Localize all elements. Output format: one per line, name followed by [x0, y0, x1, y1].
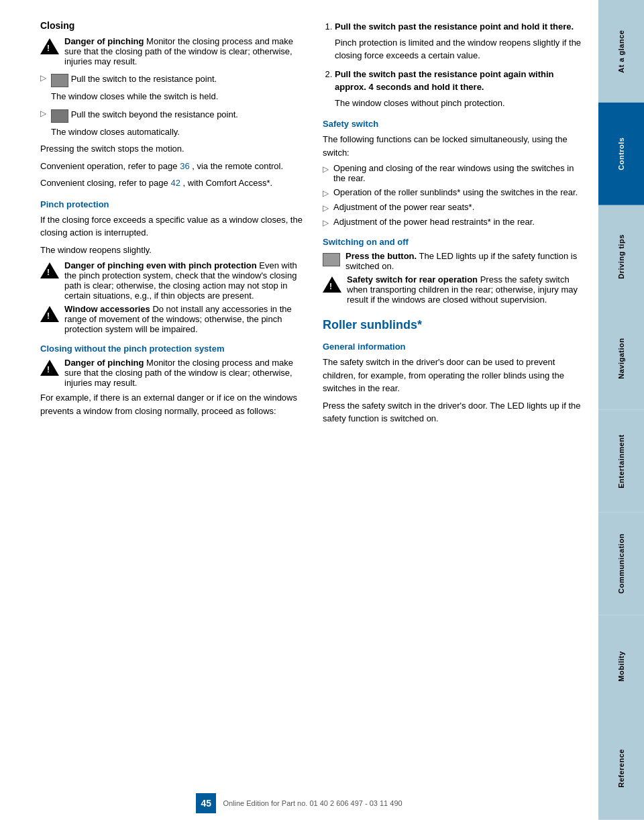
page-link-36[interactable]: 36 [180, 161, 189, 171]
bullet-arrow-1: ▷ [40, 73, 47, 83]
left-column: Closing Danger of pinching Monitor the c… [40, 20, 303, 793]
two-column-layout: Closing Danger of pinching Monitor the c… [40, 20, 585, 793]
pinch-p1: If the closing force exceeds a specific … [40, 213, 303, 240]
warning-block-1: Danger of pinching Monitor the closing p… [40, 36, 303, 66]
general-info-title: General information [323, 342, 585, 352]
footer: 45 Online Edition for Part no. 01 40 2 6… [0, 793, 598, 813]
sidebar-tab-navigation[interactable]: Navigation [598, 307, 644, 410]
sidebar-tab-mobility[interactable]: Mobility [598, 615, 644, 718]
safety-arrow-4: ▷ [323, 218, 329, 227]
for-example-text: For example, if there is an external dan… [40, 391, 303, 417]
warning-1-content: Danger of pinching Monitor the closing p… [64, 36, 303, 66]
sidebar-tab-label-at-a-glance: At a glance [617, 30, 625, 72]
convenient-1-text: Convenient operation, refer to page 36 ,… [40, 160, 303, 173]
right-column: Pull the switch past the resistance poin… [323, 20, 585, 793]
page-container: Closing Danger of pinching Monitor the c… [0, 0, 644, 820]
bullet-2-text: Pull the switch beyond the resistance po… [71, 109, 238, 119]
safety-p1: The following functions can be locked si… [323, 133, 585, 159]
step-1-detail: Pinch protection is limited and the wind… [335, 36, 585, 62]
safety-bullet-2: ▷ Operation of the roller sunblinds* usi… [323, 187, 585, 198]
sidebar-tab-label-mobility: Mobility [617, 651, 625, 682]
warning-triangle-icon-2 [40, 262, 59, 278]
sidebar-tab-label-navigation: Navigation [617, 338, 625, 379]
warning-block-3: Window accessories Do not install any ac… [40, 304, 303, 334]
warning-block-4: Danger of pinching Monitor the closing p… [40, 358, 303, 388]
safety-bullet-1: ▷ Opening and closing of the rear window… [323, 163, 585, 183]
pinch-p2: The window reopens slightly. [40, 244, 303, 257]
safety-switch-title: Safety switch [323, 119, 585, 129]
sidebar-tab-entertainment[interactable]: Entertainment [598, 410, 644, 513]
step-1: Pull the switch past the resistance poin… [335, 20, 585, 62]
general-p2: Press the safety switch in the driver's … [323, 399, 585, 425]
bullet-1-content: Pull the switch to the resistance point.… [51, 72, 303, 103]
warning-5-content: Safety switch for rear operation Press t… [347, 274, 585, 305]
press-stop-text: Pressing the switch stops the motion. [40, 142, 303, 156]
sidebar-tab-communication[interactable]: Communication [598, 513, 644, 615]
switch-step-text: Press the button. [345, 251, 417, 261]
bullet-1-sub: The window closes while the switch is he… [51, 90, 303, 103]
closing-title: Closing [40, 20, 303, 31]
sidebar-tab-label-controls: Controls [617, 138, 625, 170]
sidebar-tab-at-a-glance[interactable]: At a glance [598, 0, 644, 103]
sidebar-tab-controls[interactable]: Controls [598, 103, 644, 205]
closing-pinch-title: Closing without the pinch protection sys… [40, 344, 303, 354]
warning-1-title: Danger of pinching [64, 36, 144, 46]
safety-bullet-2-text: Operation of the roller sunblinds* using… [333, 187, 578, 197]
safety-bullet-4-text: Adjustment of the power head restraints*… [333, 217, 535, 227]
switch-icon-2 [51, 109, 68, 123]
warning-3-content: Window accessories Do not install any ac… [64, 304, 303, 334]
safety-bullet-3: ▷ Adjustment of the power rear seats*. [323, 202, 585, 213]
switching-block: Press the button. The LED lights up if t… [323, 251, 585, 271]
footer-copyright: Online Edition for Part no. 01 40 2 606 … [223, 799, 402, 807]
page-link-42[interactable]: 42 [170, 178, 180, 188]
safety-bullet-1-text: Opening and closing of the rear windows … [333, 163, 585, 183]
step-2-text: Pull the switch past the resistance poin… [335, 69, 554, 93]
safety-bullet-3-text: Adjustment of the power rear seats*. [333, 202, 474, 212]
main-content: Closing Danger of pinching Monitor the c… [0, 0, 598, 820]
sidebar-tab-label-driving-tips: Driving tips [617, 234, 625, 279]
safety-bullet-4: ▷ Adjustment of the power head restraint… [323, 217, 585, 227]
bullet-2-content: Pull the switch beyond the resistance po… [51, 107, 303, 139]
safety-arrow-3: ▷ [323, 203, 329, 213]
warning-5-title: Safety switch for rear operation [347, 274, 478, 285]
sidebar-tab-reference[interactable]: Reference [598, 717, 644, 820]
warning-triangle-icon-4 [40, 360, 59, 376]
press-button-icon [323, 253, 340, 266]
sidebar: At a glance Controls Driving tips Naviga… [598, 0, 644, 820]
switch-icon-1 [51, 74, 68, 87]
warning-4-title: Danger of pinching [64, 358, 144, 368]
bullet-1-text: Pull the switch to the resistance point. [71, 74, 217, 84]
sidebar-tab-driving-tips[interactable]: Driving tips [598, 205, 644, 308]
general-p1: The safety switch in the driver's door c… [323, 356, 585, 395]
bullet-item-2: ▷ Pull the switch beyond the resistance … [40, 107, 303, 139]
switching-title: Switching on and off [323, 237, 585, 247]
convenient-2-text: Convenient closing, refer to page 42 , w… [40, 176, 303, 190]
warning-block-2: Danger of pinching even with pinch prote… [40, 260, 303, 301]
warning-2-content: Danger of pinching even with pinch prote… [64, 260, 303, 301]
sidebar-tab-label-communication: Communication [617, 533, 625, 594]
bullet-arrow-2: ▷ [40, 109, 47, 118]
warning-2-title: Danger of pinching even with pinch prote… [64, 260, 257, 270]
roller-sunblinds-title: Roller sunblinds* [323, 318, 585, 332]
warning-4-content: Danger of pinching Monitor the closing p… [64, 358, 303, 388]
warning-3-title: Window accessories [64, 304, 150, 314]
sidebar-tab-label-entertainment: Entertainment [617, 434, 625, 488]
steps-list: Pull the switch past the resistance poin… [323, 20, 585, 109]
bullet-2-sub: The window closes automatically. [51, 125, 303, 139]
switching-content: Press the button. The LED lights up if t… [345, 251, 585, 271]
step-2: Pull the switch past the resistance poin… [335, 68, 585, 110]
warning-block-5: Safety switch for rear operation Press t… [323, 274, 585, 305]
warning-triangle-icon-3 [40, 306, 59, 322]
page-number-box: 45 [196, 793, 216, 813]
warning-triangle-icon-1 [40, 38, 59, 54]
pinch-protection-title: Pinch protection [40, 199, 303, 209]
safety-arrow-2: ▷ [323, 189, 329, 198]
warning-triangle-icon-5 [323, 276, 341, 293]
safety-arrow-1: ▷ [323, 164, 329, 174]
step-1-text: Pull the switch past the resistance poin… [335, 21, 574, 32]
sidebar-tab-label-reference: Reference [617, 750, 625, 788]
step-2-detail: The window closes without pinch protecti… [335, 97, 585, 110]
bullet-item-1: ▷ Pull the switch to the resistance poin… [40, 72, 303, 103]
